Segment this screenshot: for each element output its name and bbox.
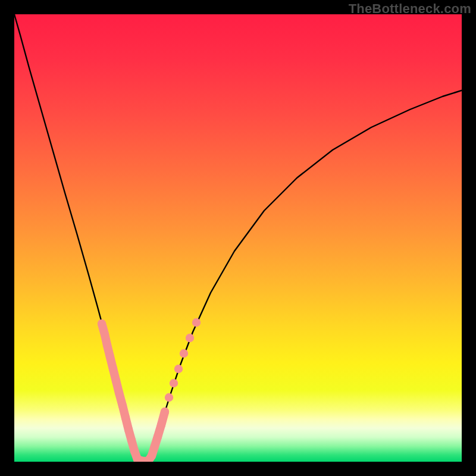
chart-frame: TheBottleneck.com [0, 0, 476, 476]
marker-dot [165, 393, 173, 402]
marker-dot [180, 349, 188, 358]
marker-dot [174, 365, 183, 373]
marker-dot [161, 408, 169, 416]
chart-curves [14, 14, 462, 462]
marker-dot [192, 318, 201, 327]
marker-dot [186, 334, 194, 342]
plot-area [14, 14, 462, 462]
series-right-branch [150, 90, 462, 462]
marker-dot [170, 379, 178, 387]
